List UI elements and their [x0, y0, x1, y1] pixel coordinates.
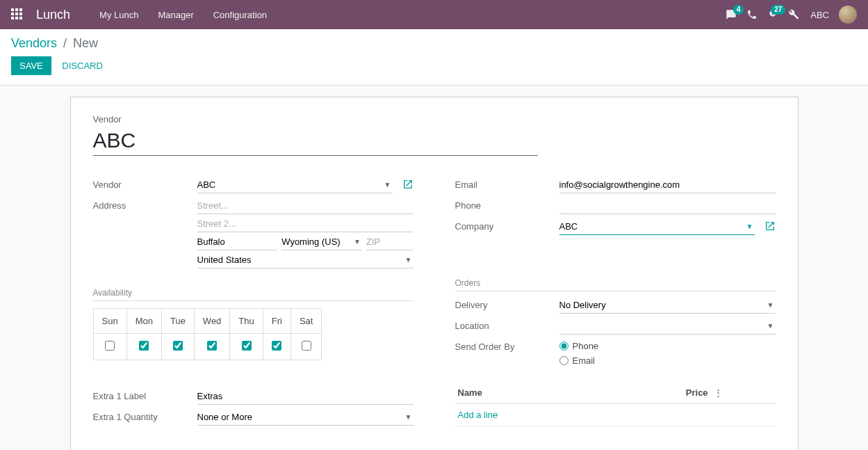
phone-input[interactable]: [559, 198, 776, 214]
send-order-by-label: Send Order By: [455, 339, 559, 352]
activities-icon[interactable]: 27: [767, 9, 778, 20]
menu-manager[interactable]: Manager: [148, 1, 203, 29]
email-input[interactable]: [559, 177, 776, 193]
form-sheet: Vendor Vendor ▼: [70, 97, 799, 450]
extra1-label-label: Extra 1 Label: [93, 388, 197, 401]
activities-badge: 27: [771, 5, 785, 15]
apps-icon[interactable]: [11, 8, 24, 21]
send-order-phone-label: Phone: [573, 341, 599, 351]
avail-sat[interactable]: [302, 341, 311, 351]
avail-fri[interactable]: [272, 341, 281, 351]
state-select[interactable]: [281, 234, 362, 250]
tools-icon[interactable]: [788, 9, 799, 20]
user-avatar[interactable]: [839, 6, 857, 24]
location-label: Location: [455, 318, 559, 331]
zip-input[interactable]: [366, 234, 413, 250]
day-header-sat: Sat: [290, 309, 322, 334]
day-header-wed: Wed: [194, 309, 230, 334]
availability-table: Sun Mon Tue Wed Thu Fri Sat: [93, 308, 322, 360]
orders-section: Orders: [455, 278, 776, 291]
street2-input[interactable]: [197, 216, 413, 232]
extra1-qty-select[interactable]: [197, 409, 413, 426]
add-line-link[interactable]: Add a line: [458, 410, 498, 420]
messages-badge: 4: [733, 5, 744, 15]
extra1-label-input[interactable]: [197, 388, 413, 405]
extra1-qty-label: Extra 1 Quantity: [93, 409, 197, 422]
kebab-icon[interactable]: ⋮: [711, 382, 776, 404]
external-link-icon[interactable]: [764, 220, 776, 234]
avail-tue[interactable]: [173, 341, 183, 351]
breadcrumb-separator: /: [63, 36, 67, 50]
email-label: Email: [455, 177, 559, 190]
avail-sun[interactable]: [105, 341, 115, 351]
avail-wed[interactable]: [207, 341, 217, 351]
country-select[interactable]: [197, 252, 413, 268]
day-header-tue: Tue: [161, 309, 194, 334]
day-header-fri: Fri: [263, 309, 290, 334]
city-input[interactable]: [197, 234, 278, 250]
company-label: Company: [455, 218, 559, 232]
delivery-label: Delivery: [455, 297, 559, 310]
company-select[interactable]: [559, 218, 755, 235]
availability-section: Availability: [93, 288, 413, 301]
breadcrumb: Vendors / New: [11, 36, 857, 51]
send-order-email-label: Email: [573, 355, 596, 366]
lines-table: Name Price ⋮ Add a line: [455, 382, 776, 426]
day-header-sun: Sun: [93, 309, 126, 334]
address-label: Address: [93, 198, 197, 211]
day-header-thu: Thu: [230, 309, 263, 334]
delivery-select[interactable]: [559, 297, 776, 314]
street-input[interactable]: [197, 198, 413, 214]
breadcrumb-parent[interactable]: Vendors: [11, 36, 57, 50]
day-header-mon: Mon: [126, 309, 161, 334]
messages-icon[interactable]: 4: [726, 9, 737, 20]
send-order-phone-radio[interactable]: [559, 341, 568, 351]
avail-mon[interactable]: [139, 341, 149, 351]
top-navbar: Lunch My Lunch Manager Configuration 4 2…: [0, 0, 868, 29]
navbar-username[interactable]: ABC: [810, 10, 829, 20]
menu-my-lunch[interactable]: My Lunch: [90, 1, 148, 29]
vendor-name-input[interactable]: [93, 127, 538, 156]
phone-icon[interactable]: [746, 9, 758, 20]
location-select[interactable]: [559, 318, 776, 335]
discard-button[interactable]: DISCARD: [54, 56, 111, 75]
control-bar: Vendors / New SAVE DISCARD: [0, 29, 868, 86]
col-name: Name: [455, 382, 589, 404]
vendor-title-label: Vendor: [93, 114, 776, 124]
phone-label: Phone: [455, 198, 559, 211]
send-order-email[interactable]: Email: [559, 353, 776, 368]
vendor-label: Vendor: [93, 177, 197, 190]
send-order-phone[interactable]: Phone: [559, 339, 776, 353]
vendor-select[interactable]: [197, 177, 393, 193]
col-price: Price: [589, 382, 711, 404]
menu-configuration[interactable]: Configuration: [204, 1, 277, 29]
breadcrumb-current: New: [73, 36, 98, 50]
avail-thu[interactable]: [242, 341, 252, 351]
app-brand[interactable]: Lunch: [36, 8, 70, 22]
send-order-email-radio[interactable]: [559, 356, 568, 365]
external-link-icon[interactable]: [402, 179, 413, 192]
save-button[interactable]: SAVE: [11, 56, 51, 75]
